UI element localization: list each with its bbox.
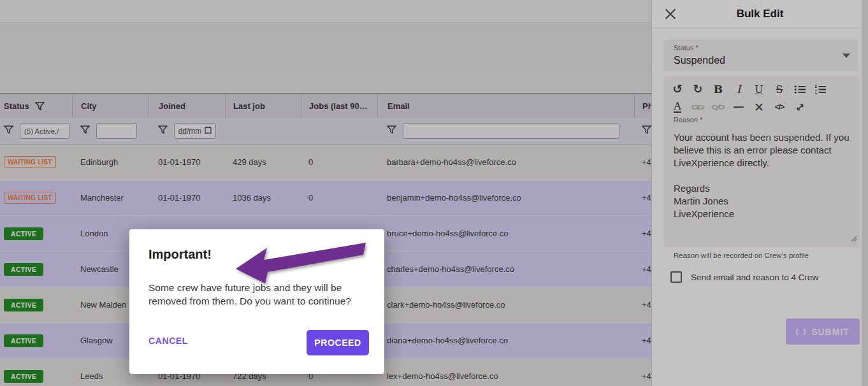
app-root: StatusCityJoinedLast jobJobs (last 90…Em… <box>0 0 868 386</box>
proceed-button[interactable]: PROCEED <box>307 330 369 355</box>
annotation-arrow <box>233 237 368 287</box>
important-dialog: Important! Some crew have future jobs an… <box>129 229 384 374</box>
dialog-message: Some crew have future jobs and they will… <box>148 281 368 308</box>
dialog-title: Important! <box>148 247 212 262</box>
cancel-button[interactable]: CANCEL <box>148 336 188 346</box>
